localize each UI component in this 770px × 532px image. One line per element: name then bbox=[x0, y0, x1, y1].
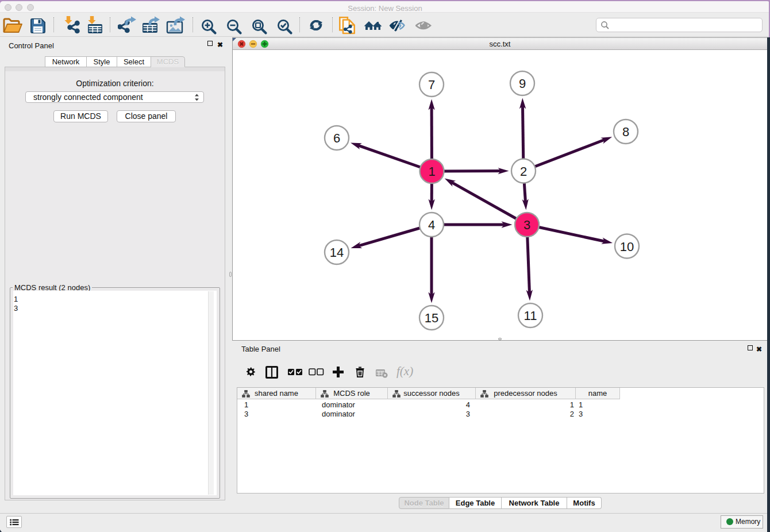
svg-text:1: 1 bbox=[428, 164, 435, 179]
svg-text:9: 9 bbox=[519, 76, 526, 91]
svg-text:2: 2 bbox=[520, 164, 527, 179]
svg-text:15: 15 bbox=[425, 311, 438, 325]
svg-text:6: 6 bbox=[333, 131, 340, 145]
svg-text:4: 4 bbox=[428, 218, 435, 232]
svg-text:7: 7 bbox=[428, 78, 435, 92]
svg-text:3: 3 bbox=[523, 218, 530, 232]
svg-text:8: 8 bbox=[622, 125, 629, 139]
svg-text:14: 14 bbox=[330, 245, 344, 260]
svg-text:11: 11 bbox=[524, 309, 537, 323]
svg-text:10: 10 bbox=[620, 240, 634, 254]
